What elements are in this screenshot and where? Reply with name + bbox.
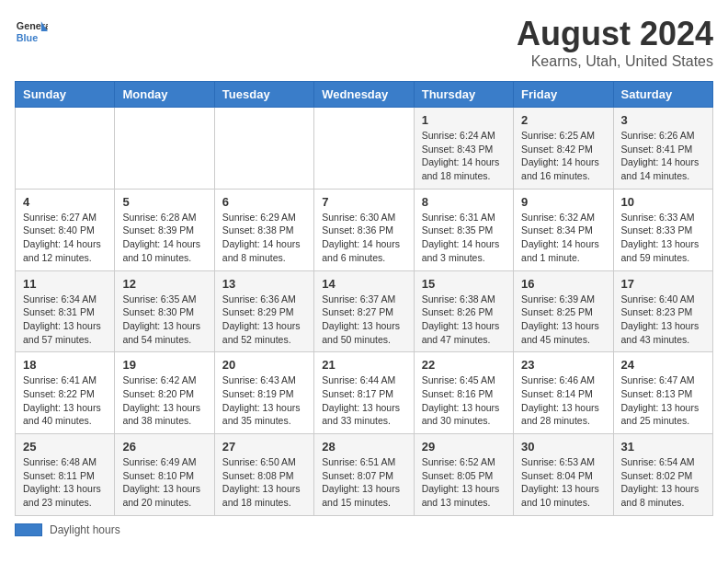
- day-number: 3: [621, 113, 705, 127]
- calendar-cell: 23Sunrise: 6:46 AMSunset: 8:14 PMDayligh…: [514, 352, 613, 434]
- day-info: Sunrise: 6:53 AMSunset: 8:04 PMDaylight:…: [521, 455, 605, 510]
- calendar-cell: 9Sunrise: 6:32 AMSunset: 8:34 PMDaylight…: [514, 189, 613, 270]
- day-info: Sunrise: 6:31 AMSunset: 8:35 PMDaylight:…: [422, 211, 506, 265]
- day-number: 8: [422, 195, 506, 209]
- day-info: Sunrise: 6:50 AMSunset: 8:08 PMDaylight:…: [222, 455, 306, 510]
- day-number: 28: [322, 440, 405, 454]
- calendar-header-row: Sunday Monday Tuesday Wednesday Thursday…: [16, 82, 713, 108]
- calendar-cell: 5Sunrise: 6:28 AMSunset: 8:39 PMDaylight…: [115, 189, 214, 270]
- svg-text:Blue: Blue: [17, 32, 38, 43]
- calendar-cell: 28Sunrise: 6:51 AMSunset: 8:07 PMDayligh…: [314, 434, 414, 516]
- calendar-cell: [115, 108, 214, 190]
- day-info: Sunrise: 6:44 AMSunset: 8:17 PMDaylight:…: [322, 373, 405, 428]
- day-info: Sunrise: 6:42 AMSunset: 8:20 PMDaylight:…: [122, 373, 206, 428]
- day-info: Sunrise: 6:36 AMSunset: 8:29 PMDaylight:…: [222, 293, 306, 347]
- calendar-cell: [16, 108, 115, 190]
- day-info: Sunrise: 6:32 AMSunset: 8:34 PMDaylight:…: [521, 211, 605, 265]
- day-info: Sunrise: 6:26 AMSunset: 8:41 PMDaylight:…: [621, 129, 705, 183]
- week-row-3: 11Sunrise: 6:34 AMSunset: 8:31 PMDayligh…: [16, 270, 713, 352]
- logo: General Blue: [15, 15, 48, 48]
- day-number: 10: [621, 195, 705, 209]
- calendar-cell: 4Sunrise: 6:27 AMSunset: 8:40 PMDaylight…: [16, 189, 115, 270]
- day-number: 16: [521, 277, 605, 291]
- calendar-cell: 12Sunrise: 6:35 AMSunset: 8:30 PMDayligh…: [115, 270, 214, 352]
- logo-icon: General Blue: [15, 15, 48, 48]
- calendar-cell: 27Sunrise: 6:50 AMSunset: 8:08 PMDayligh…: [214, 434, 313, 516]
- calendar-cell: 16Sunrise: 6:39 AMSunset: 8:25 PMDayligh…: [514, 270, 613, 352]
- day-number: 1: [422, 113, 506, 127]
- day-info: Sunrise: 6:33 AMSunset: 8:33 PMDaylight:…: [621, 211, 705, 265]
- legend-label: Daylight hours: [50, 523, 120, 536]
- day-info: Sunrise: 6:48 AMSunset: 8:11 PMDaylight:…: [23, 455, 107, 510]
- day-number: 7: [322, 195, 405, 209]
- calendar-cell: 19Sunrise: 6:42 AMSunset: 8:20 PMDayligh…: [115, 352, 214, 434]
- day-info: Sunrise: 6:41 AMSunset: 8:22 PMDaylight:…: [23, 373, 107, 428]
- calendar-cell: 22Sunrise: 6:45 AMSunset: 8:16 PMDayligh…: [414, 352, 513, 434]
- day-info: Sunrise: 6:38 AMSunset: 8:26 PMDaylight:…: [422, 293, 506, 347]
- title-area: August 2024 Kearns, Utah, United States: [517, 15, 713, 70]
- legend: Daylight hours: [15, 523, 713, 536]
- col-saturday: Saturday: [613, 82, 712, 108]
- calendar-cell: 10Sunrise: 6:33 AMSunset: 8:33 PMDayligh…: [613, 189, 712, 270]
- legend-color-box: [15, 523, 42, 536]
- day-info: Sunrise: 6:43 AMSunset: 8:19 PMDaylight:…: [222, 373, 306, 428]
- calendar-cell: 8Sunrise: 6:31 AMSunset: 8:35 PMDaylight…: [414, 189, 513, 270]
- day-number: 23: [521, 358, 605, 372]
- week-row-4: 18Sunrise: 6:41 AMSunset: 8:22 PMDayligh…: [16, 352, 713, 434]
- day-info: Sunrise: 6:39 AMSunset: 8:25 PMDaylight:…: [521, 293, 605, 347]
- calendar-cell: 7Sunrise: 6:30 AMSunset: 8:36 PMDaylight…: [314, 189, 414, 270]
- calendar-cell: 26Sunrise: 6:49 AMSunset: 8:10 PMDayligh…: [115, 434, 214, 516]
- calendar-cell: 17Sunrise: 6:40 AMSunset: 8:23 PMDayligh…: [613, 270, 712, 352]
- day-number: 6: [222, 195, 306, 209]
- day-info: Sunrise: 6:51 AMSunset: 8:07 PMDaylight:…: [322, 455, 405, 510]
- day-info: Sunrise: 6:40 AMSunset: 8:23 PMDaylight:…: [621, 293, 705, 347]
- day-number: 15: [422, 277, 506, 291]
- calendar-cell: 13Sunrise: 6:36 AMSunset: 8:29 PMDayligh…: [214, 270, 313, 352]
- day-number: 24: [621, 358, 705, 372]
- calendar-cell: 31Sunrise: 6:54 AMSunset: 8:02 PMDayligh…: [613, 434, 712, 516]
- day-number: 29: [422, 440, 506, 454]
- day-info: Sunrise: 6:28 AMSunset: 8:39 PMDaylight:…: [122, 211, 206, 265]
- col-thursday: Thursday: [414, 82, 513, 108]
- col-friday: Friday: [514, 82, 613, 108]
- calendar-cell: 21Sunrise: 6:44 AMSunset: 8:17 PMDayligh…: [314, 352, 414, 434]
- calendar-cell: 15Sunrise: 6:38 AMSunset: 8:26 PMDayligh…: [414, 270, 513, 352]
- calendar-cell: 18Sunrise: 6:41 AMSunset: 8:22 PMDayligh…: [16, 352, 115, 434]
- day-number: 13: [222, 277, 306, 291]
- calendar-cell: 14Sunrise: 6:37 AMSunset: 8:27 PMDayligh…: [314, 270, 414, 352]
- day-info: Sunrise: 6:47 AMSunset: 8:13 PMDaylight:…: [621, 373, 705, 428]
- day-number: 17: [621, 277, 705, 291]
- col-monday: Monday: [115, 82, 214, 108]
- day-info: Sunrise: 6:45 AMSunset: 8:16 PMDaylight:…: [422, 373, 506, 428]
- calendar-cell: 25Sunrise: 6:48 AMSunset: 8:11 PMDayligh…: [16, 434, 115, 516]
- day-info: Sunrise: 6:52 AMSunset: 8:05 PMDaylight:…: [422, 455, 506, 510]
- calendar-cell: 20Sunrise: 6:43 AMSunset: 8:19 PMDayligh…: [214, 352, 313, 434]
- day-number: 18: [23, 358, 107, 372]
- day-info: Sunrise: 6:29 AMSunset: 8:38 PMDaylight:…: [222, 211, 306, 265]
- day-number: 21: [322, 358, 405, 372]
- col-wednesday: Wednesday: [314, 82, 414, 108]
- day-info: Sunrise: 6:34 AMSunset: 8:31 PMDaylight:…: [23, 293, 107, 347]
- week-row-2: 4Sunrise: 6:27 AMSunset: 8:40 PMDaylight…: [16, 189, 713, 270]
- calendar-table: Sunday Monday Tuesday Wednesday Thursday…: [15, 81, 713, 516]
- day-number: 25: [23, 440, 107, 454]
- day-number: 5: [122, 195, 206, 209]
- day-info: Sunrise: 6:35 AMSunset: 8:30 PMDaylight:…: [122, 293, 206, 347]
- calendar-cell: 24Sunrise: 6:47 AMSunset: 8:13 PMDayligh…: [613, 352, 712, 434]
- header: General Blue August 2024 Kearns, Utah, U…: [15, 15, 713, 70]
- day-number: 31: [621, 440, 705, 454]
- day-info: Sunrise: 6:37 AMSunset: 8:27 PMDaylight:…: [322, 293, 405, 347]
- day-number: 11: [23, 277, 107, 291]
- calendar-cell: [214, 108, 313, 190]
- calendar-cell: 30Sunrise: 6:53 AMSunset: 8:04 PMDayligh…: [514, 434, 613, 516]
- day-info: Sunrise: 6:49 AMSunset: 8:10 PMDaylight:…: [122, 455, 206, 510]
- calendar-cell: 6Sunrise: 6:29 AMSunset: 8:38 PMDaylight…: [214, 189, 313, 270]
- calendar-cell: 11Sunrise: 6:34 AMSunset: 8:31 PMDayligh…: [16, 270, 115, 352]
- day-number: 26: [122, 440, 206, 454]
- day-number: 2: [521, 113, 605, 127]
- day-number: 19: [122, 358, 206, 372]
- day-info: Sunrise: 6:54 AMSunset: 8:02 PMDaylight:…: [621, 455, 705, 510]
- calendar-cell: 1Sunrise: 6:24 AMSunset: 8:43 PMDaylight…: [414, 108, 513, 190]
- day-number: 30: [521, 440, 605, 454]
- main-title: August 2024: [517, 15, 713, 53]
